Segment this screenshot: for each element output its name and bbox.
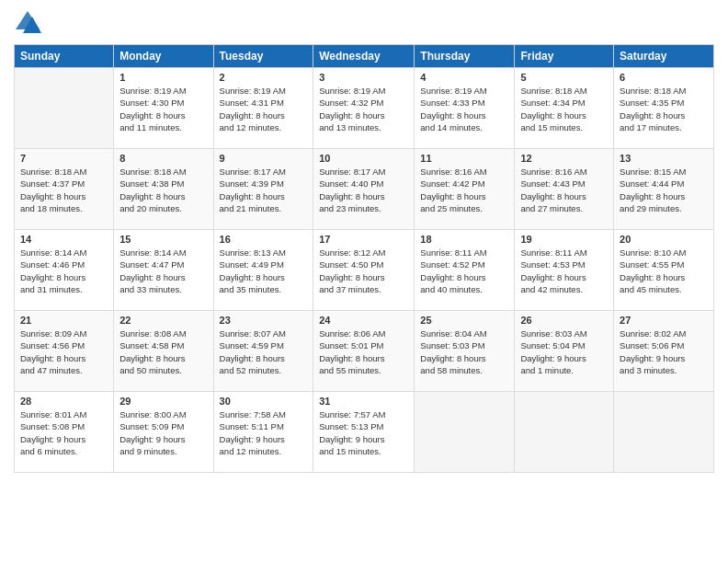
day-number: 9 <box>220 153 308 164</box>
day-info: Sunrise: 8:17 AM Sunset: 4:40 PM Dayligh… <box>319 166 408 214</box>
calendar-cell <box>415 392 515 473</box>
day-info: Sunrise: 8:00 AM Sunset: 5:09 PM Dayligh… <box>119 408 207 457</box>
day-info: Sunrise: 8:17 AM Sunset: 4:39 PM Dayligh… <box>220 166 308 214</box>
calendar-cell: 24Sunrise: 8:06 AM Sunset: 5:01 PM Dayli… <box>313 311 415 392</box>
column-header-tuesday: Tuesday <box>213 45 313 68</box>
day-number: 20 <box>620 234 708 245</box>
day-info: Sunrise: 8:19 AM Sunset: 4:33 PM Dayligh… <box>420 85 508 133</box>
day-info: Sunrise: 8:02 AM Sunset: 5:06 PM Dayligh… <box>620 327 708 376</box>
day-info: Sunrise: 8:11 AM Sunset: 4:53 PM Dayligh… <box>520 247 608 295</box>
day-number: 26 <box>520 315 608 326</box>
day-number: 23 <box>220 315 308 326</box>
calendar-cell: 31Sunrise: 7:57 AM Sunset: 5:13 PM Dayli… <box>313 392 415 473</box>
calendar-cell: 30Sunrise: 7:58 AM Sunset: 5:11 PM Dayli… <box>213 392 313 473</box>
calendar-cell <box>515 392 614 473</box>
calendar-cell: 8Sunrise: 8:18 AM Sunset: 4:38 PM Daylig… <box>114 149 213 230</box>
day-info: Sunrise: 8:16 AM Sunset: 4:42 PM Dayligh… <box>420 166 508 214</box>
day-number: 6 <box>620 72 708 83</box>
column-header-monday: Monday <box>114 45 213 68</box>
calendar-cell: 3Sunrise: 8:19 AM Sunset: 4:32 PM Daylig… <box>313 68 415 149</box>
calendar-cell: 15Sunrise: 8:14 AM Sunset: 4:47 PM Dayli… <box>114 230 213 311</box>
day-info: Sunrise: 8:09 AM Sunset: 4:56 PM Dayligh… <box>20 327 108 376</box>
day-info: Sunrise: 8:15 AM Sunset: 4:44 PM Dayligh… <box>620 166 708 214</box>
calendar-cell: 29Sunrise: 8:00 AM Sunset: 5:09 PM Dayli… <box>114 392 213 473</box>
column-header-saturday: Saturday <box>614 45 714 68</box>
day-number: 29 <box>119 396 207 407</box>
calendar-week-row: 1Sunrise: 8:19 AM Sunset: 4:30 PM Daylig… <box>15 68 714 149</box>
day-info: Sunrise: 8:01 AM Sunset: 5:08 PM Dayligh… <box>20 408 108 457</box>
day-number: 7 <box>20 153 108 164</box>
calendar-cell <box>614 392 714 473</box>
day-info: Sunrise: 8:12 AM Sunset: 4:50 PM Dayligh… <box>319 247 408 295</box>
day-number: 30 <box>220 396 308 407</box>
calendar-cell: 20Sunrise: 8:10 AM Sunset: 4:55 PM Dayli… <box>614 230 714 311</box>
day-number: 2 <box>220 72 308 83</box>
calendar-cell <box>15 68 114 149</box>
calendar-cell: 19Sunrise: 8:11 AM Sunset: 4:53 PM Dayli… <box>515 230 614 311</box>
day-number: 25 <box>420 315 508 326</box>
day-number: 21 <box>20 315 108 326</box>
day-info: Sunrise: 8:04 AM Sunset: 5:03 PM Dayligh… <box>420 327 508 376</box>
column-header-friday: Friday <box>515 45 614 68</box>
page-container: SundayMondayTuesdayWednesdayThursdayFrid… <box>0 0 728 563</box>
day-number: 5 <box>520 72 608 83</box>
day-info: Sunrise: 7:58 AM Sunset: 5:11 PM Dayligh… <box>220 408 308 457</box>
day-info: Sunrise: 8:18 AM Sunset: 4:34 PM Dayligh… <box>520 85 608 133</box>
day-number: 11 <box>420 153 508 164</box>
day-info: Sunrise: 8:18 AM Sunset: 4:37 PM Dayligh… <box>20 166 108 214</box>
day-number: 18 <box>420 234 508 245</box>
day-number: 14 <box>20 234 108 245</box>
day-info: Sunrise: 8:08 AM Sunset: 4:58 PM Dayligh… <box>119 327 207 376</box>
day-info: Sunrise: 8:18 AM Sunset: 4:35 PM Dayligh… <box>620 85 708 133</box>
day-info: Sunrise: 7:57 AM Sunset: 5:13 PM Dayligh… <box>319 408 408 457</box>
calendar-cell: 4Sunrise: 8:19 AM Sunset: 4:33 PM Daylig… <box>415 68 515 149</box>
day-info: Sunrise: 8:06 AM Sunset: 5:01 PM Dayligh… <box>319 327 408 376</box>
day-number: 19 <box>520 234 608 245</box>
day-info: Sunrise: 8:11 AM Sunset: 4:52 PM Dayligh… <box>420 247 508 295</box>
column-header-wednesday: Wednesday <box>313 45 415 68</box>
calendar-cell: 17Sunrise: 8:12 AM Sunset: 4:50 PM Dayli… <box>313 230 415 311</box>
logo-icon <box>14 9 41 37</box>
day-number: 13 <box>620 153 708 164</box>
day-number: 12 <box>520 153 608 164</box>
day-number: 16 <box>220 234 308 245</box>
calendar-cell: 14Sunrise: 8:14 AM Sunset: 4:46 PM Dayli… <box>15 230 114 311</box>
day-info: Sunrise: 8:16 AM Sunset: 4:43 PM Dayligh… <box>520 166 608 214</box>
calendar-cell: 2Sunrise: 8:19 AM Sunset: 4:31 PM Daylig… <box>213 68 313 149</box>
calendar-week-row: 14Sunrise: 8:14 AM Sunset: 4:46 PM Dayli… <box>15 230 714 311</box>
calendar-cell: 11Sunrise: 8:16 AM Sunset: 4:42 PM Dayli… <box>415 149 515 230</box>
day-info: Sunrise: 8:14 AM Sunset: 4:47 PM Dayligh… <box>119 247 207 295</box>
calendar-cell: 18Sunrise: 8:11 AM Sunset: 4:52 PM Dayli… <box>415 230 515 311</box>
calendar-cell: 27Sunrise: 8:02 AM Sunset: 5:06 PM Dayli… <box>614 311 714 392</box>
day-number: 28 <box>20 396 108 407</box>
day-number: 17 <box>319 234 408 245</box>
calendar-cell: 12Sunrise: 8:16 AM Sunset: 4:43 PM Dayli… <box>515 149 614 230</box>
calendar-cell: 22Sunrise: 8:08 AM Sunset: 4:58 PM Dayli… <box>114 311 213 392</box>
calendar-header-row: SundayMondayTuesdayWednesdayThursdayFrid… <box>15 45 714 68</box>
day-info: Sunrise: 8:18 AM Sunset: 4:38 PM Dayligh… <box>119 166 207 214</box>
day-number: 3 <box>319 72 408 83</box>
calendar-cell: 16Sunrise: 8:13 AM Sunset: 4:49 PM Dayli… <box>213 230 313 311</box>
calendar-table: SundayMondayTuesdayWednesdayThursdayFrid… <box>14 44 714 473</box>
day-number: 1 <box>119 72 207 83</box>
calendar-cell: 10Sunrise: 8:17 AM Sunset: 4:40 PM Dayli… <box>313 149 415 230</box>
column-header-sunday: Sunday <box>15 45 114 68</box>
day-info: Sunrise: 8:03 AM Sunset: 5:04 PM Dayligh… <box>520 327 608 376</box>
calendar-cell: 7Sunrise: 8:18 AM Sunset: 4:37 PM Daylig… <box>15 149 114 230</box>
day-number: 24 <box>319 315 408 326</box>
calendar-week-row: 28Sunrise: 8:01 AM Sunset: 5:08 PM Dayli… <box>15 392 714 473</box>
calendar-cell: 23Sunrise: 8:07 AM Sunset: 4:59 PM Dayli… <box>213 311 313 392</box>
day-number: 27 <box>620 315 708 326</box>
calendar-cell: 6Sunrise: 8:18 AM Sunset: 4:35 PM Daylig… <box>614 68 714 149</box>
day-number: 22 <box>119 315 207 326</box>
calendar-cell: 13Sunrise: 8:15 AM Sunset: 4:44 PM Dayli… <box>614 149 714 230</box>
day-number: 15 <box>119 234 207 245</box>
day-info: Sunrise: 8:19 AM Sunset: 4:31 PM Dayligh… <box>220 85 308 133</box>
calendar-cell: 25Sunrise: 8:04 AM Sunset: 5:03 PM Dayli… <box>415 311 515 392</box>
column-header-thursday: Thursday <box>415 45 515 68</box>
day-info: Sunrise: 8:10 AM Sunset: 4:55 PM Dayligh… <box>620 247 708 295</box>
calendar-cell: 26Sunrise: 8:03 AM Sunset: 5:04 PM Dayli… <box>515 311 614 392</box>
calendar-week-row: 21Sunrise: 8:09 AM Sunset: 4:56 PM Dayli… <box>15 311 714 392</box>
day-info: Sunrise: 8:13 AM Sunset: 4:49 PM Dayligh… <box>220 247 308 295</box>
calendar-cell: 28Sunrise: 8:01 AM Sunset: 5:08 PM Dayli… <box>15 392 114 473</box>
